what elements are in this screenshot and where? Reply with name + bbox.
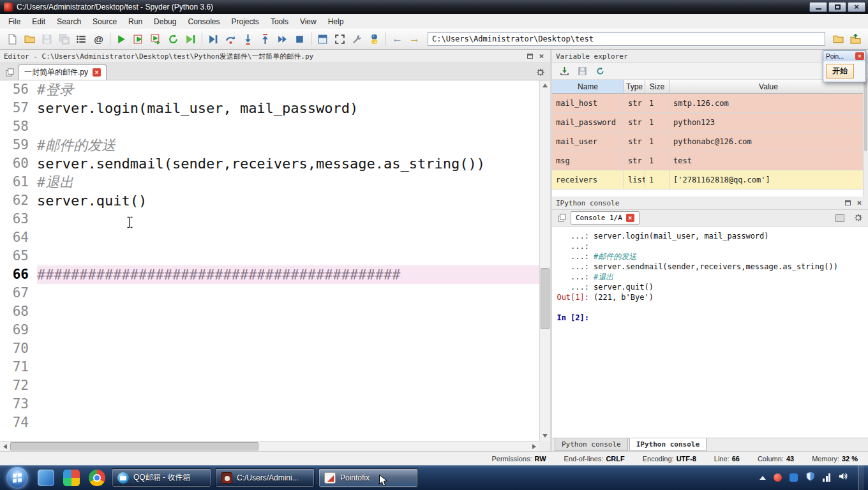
browse-tabs-icon[interactable] — [554, 211, 569, 225]
menu-help[interactable]: Help — [322, 15, 350, 28]
titlebar[interactable]: C:/Users/Administrator/Desktop/test - Sp… — [0, 0, 868, 14]
minimize-button[interactable] — [809, 2, 827, 12]
parent-directory-button[interactable] — [847, 31, 864, 47]
start-button[interactable] — [6, 467, 28, 489]
tray-messenger-icon[interactable] — [789, 473, 798, 482]
taskbar-window-qqmail[interactable]: QQ邮箱 - 收件箱 — [112, 468, 211, 487]
menu-debug[interactable]: Debug — [148, 15, 182, 28]
taskbar-window-spyder[interactable]: C:/Users/Admini... — [215, 468, 315, 487]
editor-line[interactable]: 71 — [0, 358, 539, 376]
menu-file[interactable]: File — [3, 15, 26, 28]
menu-consoles[interactable]: Consoles — [182, 15, 225, 28]
variable-row[interactable]: receivers list 1 ['2781162818@qq.com'] — [552, 170, 868, 189]
step-over-button[interactable] — [222, 31, 239, 47]
refresh-variables-button[interactable] — [593, 64, 607, 78]
console-close-button[interactable] — [855, 198, 864, 207]
save-button[interactable] — [38, 31, 56, 47]
variable-row[interactable]: mail_host str 1 smtp.126.com — [552, 94, 868, 113]
console-output[interactable]: ...:server.login(mail_user, mail_passwor… — [552, 226, 868, 438]
rerun-cell-button[interactable] — [165, 31, 182, 47]
taskbar-window-pointofix[interactable]: Pointofix — [318, 468, 418, 487]
tab-close-icon[interactable] — [93, 68, 101, 77]
quicklaunch-app2-button[interactable] — [62, 468, 81, 487]
console-options-button[interactable] — [849, 211, 866, 226]
editor-horizontal-scrollbar[interactable] — [0, 441, 539, 451]
variable-row[interactable]: mail_user str 1 pythonabc@126.com — [552, 132, 868, 151]
menu-view[interactable]: View — [294, 15, 322, 28]
menu-run[interactable]: Run — [123, 15, 148, 28]
quicklaunch-app1-button[interactable] — [36, 468, 56, 487]
editor-line[interactable]: 74 — [0, 413, 539, 432]
security-shield-icon[interactable] — [805, 471, 815, 484]
preferences-button[interactable] — [348, 31, 366, 47]
step-out-button[interactable] — [257, 31, 274, 47]
pointofix-start-button[interactable]: 开始 — [826, 64, 854, 78]
scroll-right-icon[interactable] — [532, 444, 536, 449]
pointofix-window[interactable]: Poin... 开始 — [823, 50, 866, 82]
editor-line[interactable]: 61#退出 — [0, 173, 539, 191]
console-undock-button[interactable] — [843, 198, 853, 207]
editor-line[interactable]: 60server.sendmail(sender,receivers,messa… — [0, 154, 539, 173]
editor-line[interactable]: 62server.quit() — [0, 191, 539, 210]
forward-button[interactable]: → — [406, 31, 423, 47]
tab-python-console[interactable]: Python console — [555, 438, 628, 451]
variables-scrollbar[interactable] — [863, 80, 868, 197]
editor-vertical-scrollbar[interactable] — [539, 80, 550, 441]
save-all-button[interactable] — [56, 31, 73, 47]
run-cell-button[interactable] — [130, 31, 147, 47]
variables-scroll-thumb[interactable] — [864, 81, 867, 151]
tab-close-icon[interactable] — [626, 214, 634, 222]
editor-line[interactable]: 69 — [0, 321, 539, 339]
editor-close-button[interactable] — [537, 52, 546, 61]
continue-button[interactable] — [274, 31, 291, 47]
editor-line[interactable]: 59#邮件的发送 — [0, 136, 539, 154]
editor-line[interactable]: 68 — [0, 302, 539, 321]
editor-file-tab[interactable]: 一封简单的邮件.py — [19, 64, 107, 80]
horizontal-scroll-thumb[interactable] — [10, 442, 258, 450]
run-selection-button[interactable] — [182, 31, 199, 47]
save-data-button[interactable] — [575, 64, 589, 78]
hidden-icons-arrow[interactable] — [760, 476, 766, 480]
volume-icon[interactable] — [838, 471, 848, 484]
menu-search[interactable]: Search — [51, 15, 87, 28]
new-file-button[interactable] — [4, 31, 21, 47]
editor-undock-button[interactable] — [525, 52, 535, 61]
variable-row[interactable]: mail_password str 1 python123 — [552, 113, 868, 132]
close-button[interactable] — [848, 2, 865, 12]
column-header-size[interactable]: Size — [645, 80, 670, 93]
scroll-up-icon[interactable] — [542, 84, 548, 87]
scroll-left-icon[interactable] — [3, 444, 7, 449]
python-env-button[interactable] — [366, 31, 383, 47]
menu-source[interactable]: Source — [87, 15, 123, 28]
editor-line[interactable]: 58 — [0, 117, 539, 136]
editor-line[interactable]: 70 — [0, 339, 539, 358]
fullscreen-button[interactable] — [331, 31, 348, 47]
back-button[interactable]: ← — [389, 31, 406, 47]
variable-row[interactable]: msg str 1 test — [552, 151, 868, 170]
run-cell-advance-button[interactable] — [147, 31, 165, 47]
import-data-button[interactable] — [557, 64, 571, 78]
vertical-scroll-thumb[interactable] — [541, 268, 550, 329]
menu-tools[interactable]: Tools — [265, 15, 294, 28]
editor-line[interactable]: 73 — [0, 395, 539, 413]
pointofix-close-button[interactable] — [855, 52, 864, 60]
column-header-type[interactable]: Type — [624, 80, 645, 93]
console-tab[interactable]: Console 1/A — [571, 211, 640, 225]
editor-line[interactable]: 67 — [0, 284, 539, 302]
menu-projects[interactable]: Projects — [226, 15, 265, 28]
menu-edit[interactable]: Edit — [26, 15, 51, 28]
column-header-name[interactable]: Name — [552, 80, 624, 93]
editor-line-current[interactable]: 66######################################… — [0, 265, 539, 284]
editor-line[interactable]: 63 — [0, 210, 539, 228]
editor-options-button[interactable] — [532, 64, 548, 80]
stop-button[interactable] — [291, 31, 308, 47]
debug-button[interactable] — [205, 31, 222, 47]
editor-line[interactable]: 56#登录 — [0, 80, 539, 99]
interrupt-kernel-icon[interactable] — [835, 214, 844, 222]
editor-line[interactable]: 57server.login(mail_user, mail_password) — [0, 99, 539, 117]
tray-red-badge-icon[interactable] — [774, 473, 782, 482]
maximize-pane-button[interactable] — [314, 31, 331, 47]
working-directory-input[interactable] — [428, 32, 825, 46]
maximize-button[interactable] — [828, 2, 846, 12]
scroll-down-icon[interactable] — [542, 434, 548, 438]
